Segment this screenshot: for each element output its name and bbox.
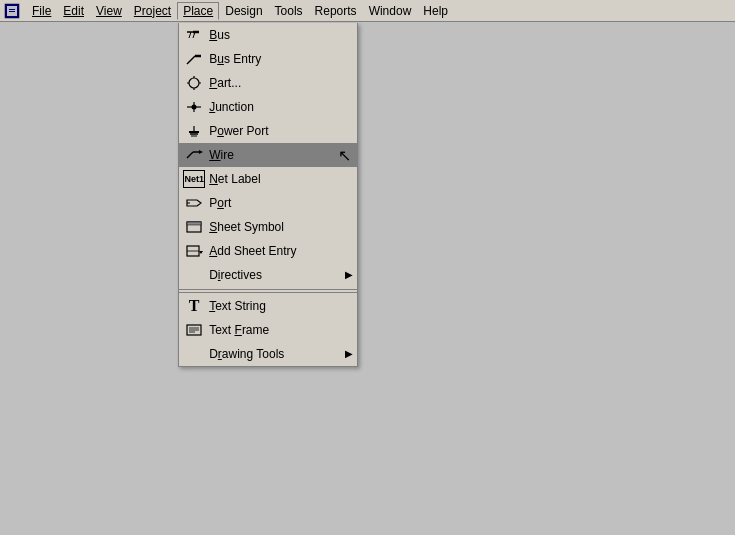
menubar: File Edit View Project Place Bus — [0, 0, 735, 22]
svg-rect-2 — [9, 9, 15, 10]
menu-edit[interactable]: Edit — [57, 2, 90, 20]
menu-help[interactable]: Help — [417, 2, 454, 20]
menu-item-text-frame[interactable]: Text Frame — [179, 318, 357, 342]
menu-separator-1 — [179, 289, 357, 290]
menu-item-junction[interactable]: Junction — [179, 95, 357, 119]
bus-label: Bus — [209, 28, 353, 42]
menu-item-port[interactable]: Port — [179, 191, 357, 215]
drawing-tools-arrow: ▶ — [345, 348, 353, 359]
menu-tools[interactable]: Tools — [269, 2, 309, 20]
add-sheet-entry-icon — [183, 242, 205, 260]
drawing-tools-icon — [183, 345, 205, 363]
power-port-label: Power Port — [209, 124, 353, 138]
menu-file[interactable]: File — [26, 2, 57, 20]
menu-item-bus-entry[interactable]: Bus Entry — [179, 47, 357, 71]
bus-entry-icon — [183, 50, 205, 68]
menu-project[interactable]: Project — [128, 2, 177, 20]
place-dropdown: Bus Bus Entry — [178, 23, 358, 367]
sheet-symbol-icon — [183, 218, 205, 236]
junction-label: Junction — [209, 100, 353, 114]
port-label: Port — [209, 196, 353, 210]
menu-item-net-label[interactable]: Net1 Net Label — [179, 167, 357, 191]
menu-item-directives[interactable]: Directives ▶ — [179, 263, 357, 287]
svg-line-8 — [187, 56, 195, 64]
menu-item-sheet-symbol[interactable]: Sheet Symbol — [179, 215, 357, 239]
net-label-label: Net Label — [209, 172, 353, 186]
wire-icon — [183, 146, 205, 164]
menu-item-power-port[interactable]: Power Port — [179, 119, 357, 143]
text-string-icon: T — [183, 297, 205, 315]
svg-marker-24 — [199, 150, 203, 154]
junction-icon — [183, 98, 205, 116]
svg-rect-3 — [9, 11, 15, 12]
directives-label: Directives — [209, 268, 341, 282]
drawing-tools-label: Drawing Tools — [209, 347, 341, 361]
app-icon — [2, 2, 22, 20]
sheet-symbol-label: Sheet Symbol — [209, 220, 353, 234]
svg-rect-28 — [187, 222, 201, 225]
menu-window[interactable]: Window — [363, 2, 418, 20]
menu-view[interactable]: View — [90, 2, 128, 20]
menu-design[interactable]: Design — [219, 2, 268, 20]
svg-line-22 — [187, 152, 193, 158]
menu-item-wire[interactable]: Wire ↖ — [179, 143, 357, 167]
bus-entry-label: Bus Entry — [209, 52, 353, 66]
svg-line-6 — [189, 32, 191, 38]
part-icon — [183, 74, 205, 92]
menu-item-drawing-tools[interactable]: Drawing Tools ▶ — [179, 342, 357, 366]
directives-icon — [183, 266, 205, 284]
menu-item-text-string[interactable]: T Text String — [179, 292, 357, 318]
menu-reports[interactable]: Reports — [309, 2, 363, 20]
menu-place[interactable]: Place Bus — [177, 2, 219, 20]
text-frame-icon — [183, 321, 205, 339]
add-sheet-entry-label: Add Sheet Entry — [209, 244, 353, 258]
net-label-icon: Net1 — [183, 170, 205, 188]
directives-arrow: ▶ — [345, 269, 353, 280]
wire-label: Wire — [209, 148, 353, 162]
menu-item-part[interactable]: Part... — [179, 71, 357, 95]
part-label: Part... — [209, 76, 353, 90]
menu-item-bus[interactable]: Bus — [179, 23, 357, 47]
power-port-icon — [183, 122, 205, 140]
text-frame-label: Text Frame — [209, 323, 353, 337]
menu-item-add-sheet-entry[interactable]: Add Sheet Entry — [179, 239, 357, 263]
port-icon — [183, 194, 205, 212]
svg-marker-30 — [199, 251, 203, 254]
svg-point-17 — [192, 104, 197, 109]
bus-icon — [183, 26, 205, 44]
text-string-label: Text String — [209, 299, 353, 313]
svg-point-10 — [189, 78, 199, 88]
main-content — [0, 22, 735, 535]
